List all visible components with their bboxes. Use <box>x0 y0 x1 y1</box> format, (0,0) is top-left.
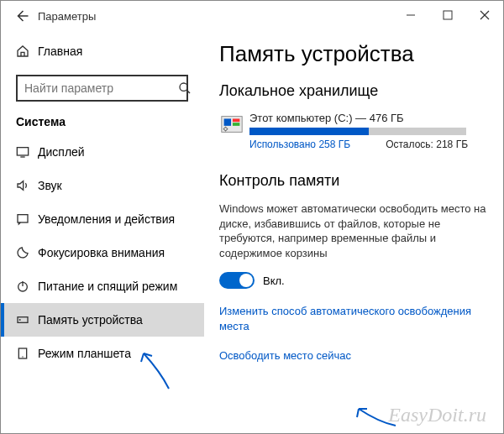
content: Главная Система Дисплей Звук Уведомления… <box>1 31 503 433</box>
sidebar-item-label: Уведомления и действия <box>38 212 175 226</box>
svg-point-12 <box>19 319 21 321</box>
drive-info: Этот компьютер (C:) — 476 ГБ Использован… <box>249 112 488 150</box>
svg-rect-8 <box>18 215 28 222</box>
maximize-button[interactable] <box>429 1 466 29</box>
used-label[interactable]: Использовано 258 ГБ <box>249 139 350 150</box>
sidebar-home[interactable]: Главная <box>1 36 204 66</box>
sidebar-item-label: Питание и спящий режим <box>38 280 177 293</box>
close-icon <box>480 10 490 20</box>
sidebar-item-label: Фокусировка внимания <box>38 246 165 259</box>
remaining-label: Осталось: 218 ГБ <box>386 139 468 150</box>
svg-rect-18 <box>233 123 239 126</box>
svg-point-14 <box>22 356 23 357</box>
settings-window: Параметры Главная Система Дисплей <box>0 0 504 434</box>
drive-row[interactable]: Этот компьютер (C:) — 476 ГБ Использован… <box>219 112 488 150</box>
sidebar-home-label: Главная <box>38 44 82 58</box>
sidebar-item-sound[interactable]: Звук <box>1 169 204 202</box>
svg-rect-6 <box>17 148 28 155</box>
svg-point-4 <box>180 83 187 91</box>
sense-toggle-row: Вкл. <box>219 272 488 289</box>
sidebar-item-label: Режим планшета <box>38 347 131 360</box>
titlebar: Параметры <box>1 1 503 31</box>
sidebar-item-display[interactable]: Дисплей <box>1 135 204 169</box>
back-button[interactable] <box>9 3 34 29</box>
maximize-icon <box>443 10 453 20</box>
minimize-button[interactable] <box>392 1 429 29</box>
configure-link[interactable]: Изменить способ автоматического освобожд… <box>219 304 488 333</box>
sidebar-item-label: Дисплей <box>38 145 85 159</box>
svg-line-5 <box>186 90 190 93</box>
page-title: Память устройства <box>219 41 488 67</box>
toggle-label: Вкл. <box>263 275 285 287</box>
section-storage-sense: Контроль памяти Windows может автоматиче… <box>219 172 488 363</box>
drive-icon <box>219 112 249 150</box>
search-input[interactable] <box>18 78 178 98</box>
svg-rect-16 <box>224 118 231 125</box>
sound-icon <box>16 179 38 192</box>
search-box[interactable] <box>16 75 188 102</box>
window-title: Параметры <box>38 10 96 23</box>
search-icon <box>178 81 192 95</box>
notifications-icon <box>16 212 38 226</box>
back-arrow-icon <box>14 8 29 24</box>
window-controls <box>392 1 503 29</box>
tablet-icon <box>16 347 38 360</box>
usage-bar-used <box>249 128 369 135</box>
sidebar: Главная Система Дисплей Звук Уведомления… <box>1 31 204 433</box>
sidebar-item-tablet[interactable]: Режим планшета <box>1 337 204 370</box>
home-icon <box>16 44 38 58</box>
power-icon <box>16 280 38 293</box>
svg-rect-17 <box>233 118 239 122</box>
free-now-link[interactable]: Освободить место сейчас <box>219 348 488 363</box>
usage-bar <box>249 128 466 135</box>
section-local-storage: Локальное хранилище <box>219 82 488 100</box>
focus-icon <box>16 246 38 259</box>
main-panel: Память устройства Локальное хранилище Эт… <box>204 31 503 433</box>
drive-name: Этот компьютер (C:) — 476 ГБ <box>249 112 488 124</box>
sidebar-item-power[interactable]: Питание и спящий режим <box>1 269 204 303</box>
sidebar-item-focus[interactable]: Фокусировка внимания <box>1 236 204 269</box>
svg-rect-1 <box>444 11 452 19</box>
section-sense-title: Контроль памяти <box>219 172 488 190</box>
usage-labels: Использовано 258 ГБ Осталось: 218 ГБ <box>249 139 468 150</box>
storage-icon <box>16 313 38 327</box>
close-button[interactable] <box>466 1 503 29</box>
toggle-knob <box>239 274 253 287</box>
sidebar-item-label: Звук <box>38 179 62 192</box>
minimize-icon <box>406 10 416 20</box>
sidebar-section-heading: Система <box>1 102 204 135</box>
display-icon <box>16 145 38 159</box>
sense-toggle[interactable] <box>219 272 255 289</box>
sense-description: Windows может автоматически освободить м… <box>219 201 488 260</box>
sidebar-item-label: Память устройства <box>38 313 143 327</box>
sidebar-item-notifications[interactable]: Уведомления и действия <box>1 202 204 236</box>
sidebar-item-storage[interactable]: Память устройства <box>1 303 204 337</box>
